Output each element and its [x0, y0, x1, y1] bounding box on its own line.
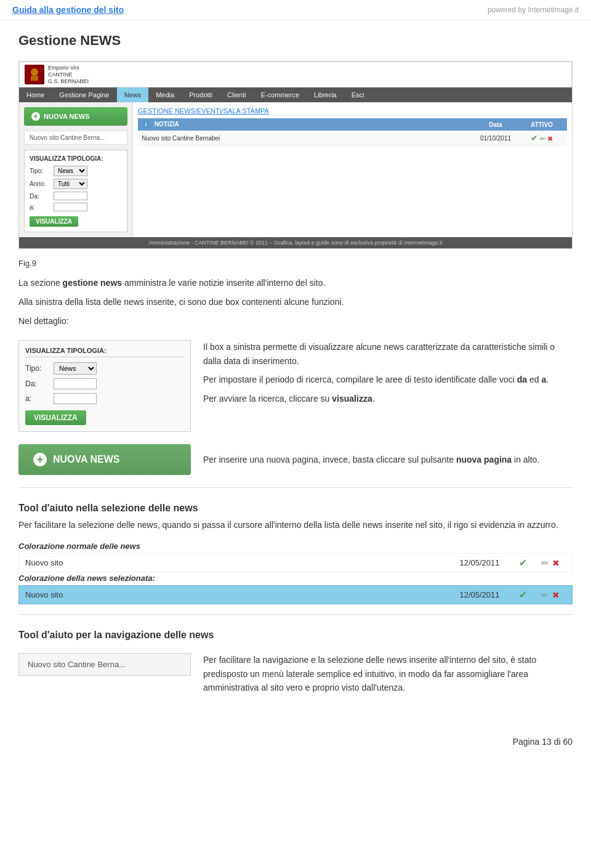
detail-visualizza-btn[interactable]: VISUALIZZA	[25, 410, 86, 425]
col-attivo-header: ATTIVO	[520, 121, 563, 128]
detail-da-row: Da:	[25, 378, 184, 389]
nuova-news-button-screenshot[interactable]: + NUOVA NEWS	[24, 107, 127, 126]
detail-a-label: a:	[25, 394, 50, 403]
divider-2	[18, 614, 573, 615]
detail-a-input[interactable]	[54, 393, 97, 404]
normal-row-text: Nuovo sito	[25, 558, 449, 567]
selected-row-date: 12/05/2011	[449, 590, 510, 599]
fig-caption: Fig.9	[18, 259, 573, 268]
edit-icon[interactable]: ✏	[540, 135, 545, 142]
detail-da-label: Da:	[25, 379, 50, 388]
color-normal-label: Colorazione normale delle news	[18, 541, 573, 551]
header-title[interactable]: Guida alla gestione del sito	[12, 5, 124, 15]
admin-logo-area: Emporio Vini CANTINE G.S. BERNABEI	[19, 62, 572, 87]
page-title: Gestione NEWS	[18, 33, 573, 49]
logo-text: Emporio Vini CANTINE G.S. BERNABEI	[48, 65, 89, 84]
screenshot-box: Emporio Vini CANTINE G.S. BERNABEI Home …	[18, 61, 573, 249]
section3-heading: Tool d'aiuto per la navigazione delle ne…	[18, 630, 573, 641]
svg-point-1	[31, 68, 38, 76]
row-attivo: ✔ ✏ ✖	[520, 133, 563, 143]
nav-text-1: Per facilitare la navigazione e la selez…	[203, 653, 573, 694]
anno-label-screenshot: Anno:	[30, 180, 51, 187]
anno-row-screenshot: Anno: Tutti	[30, 179, 122, 189]
nuova-news-button-large[interactable]: + NUOVA NEWS	[18, 444, 191, 475]
detail-a-row: a:	[25, 393, 184, 404]
nav-media[interactable]: Media	[148, 87, 182, 102]
visualizza-title-screenshot: VISUALIZZA TIPOLOGIA:	[30, 155, 122, 162]
cms-main-area: GESTIONE NEWS/EVENTI/SALA STAMPA i NOTIZ…	[133, 102, 572, 237]
visualizza-btn-screenshot[interactable]: VISUALIZZA	[30, 216, 78, 227]
row-notizia: Nuovo sito Cantine Bernabei	[142, 135, 471, 142]
tipo-label-screenshot: Tipo:	[30, 168, 51, 174]
selected-row-check: ✔	[510, 589, 535, 601]
nav-home[interactable]: Home	[19, 87, 52, 102]
detail-tipo-row: Tipo: News	[25, 362, 184, 375]
divider-1	[18, 487, 573, 488]
normal-row-actions: ✏ ✖	[535, 558, 566, 568]
detail-text-1: Il box a sinistra permette di visualizza…	[203, 340, 573, 368]
nav-prodotti[interactable]: Prodotti	[182, 87, 220, 102]
da-row-screenshot: Da:	[30, 192, 122, 200]
detail-text-3: Per avviare la ricerca, cliccare su visu…	[203, 392, 573, 405]
tipo-select-screenshot[interactable]: News	[54, 166, 87, 176]
info-icon: i	[142, 120, 150, 129]
table-header-screenshot: i NOTIZIA Data ATTIVO	[138, 118, 567, 131]
detail-tipo-label: Tipo:	[25, 364, 50, 373]
section2-heading: Tool d'aiuto nella selezione delle news	[18, 503, 573, 514]
svg-rect-2	[31, 76, 38, 81]
detail-box-title: VISUALIZZA TIPOLOGIA:	[25, 347, 184, 357]
nav-news[interactable]: News	[117, 87, 149, 102]
detail-tipo-select[interactable]: News	[54, 362, 97, 375]
anno-select-screenshot[interactable]: Tutti	[54, 179, 87, 189]
page-header: Guida alla gestione del sito powered by …	[0, 0, 591, 20]
visualizza-box-screenshot: VISUALIZZA TIPOLOGIA: Tipo: News Anno: T…	[24, 150, 127, 232]
nav-libreria[interactable]: Libreria	[307, 87, 344, 102]
intro-text-1: La sezione gestione news amministra le v…	[18, 277, 573, 290]
cms-content-area: + NUOVA NEWS Nuovo sito Cantine Berna...…	[19, 102, 572, 237]
page-footer: Pagina 13 di 60	[0, 724, 591, 759]
nel-dettaglio-label: Nel dettaglio:	[18, 315, 573, 328]
detail-text-2: Per impostare il periodo di ricerca, com…	[203, 373, 573, 386]
a-label-screenshot: a:	[30, 204, 51, 211]
normal-row-date: 12/05/2011	[449, 558, 510, 567]
nav-box-item[interactable]: Nuovo sito Cantine Berna...	[19, 654, 190, 675]
nav-section: Nuovo sito Cantine Berna... Per facilita…	[18, 653, 573, 699]
plus-icon: +	[31, 112, 40, 121]
nav-clienti[interactable]: Clienti	[220, 87, 254, 102]
intro-text-2: Alla sinistra della lista delle news ins…	[18, 296, 573, 309]
color-selected-label: Colorazione della news selezionata:	[18, 574, 573, 583]
nav-esci[interactable]: Esci	[344, 87, 372, 102]
nav-box: Nuovo sito Cantine Berna...	[18, 653, 191, 676]
color-samples: Colorazione normale delle news Nuovo sit…	[18, 541, 573, 604]
detail-box: VISUALIZZA TIPOLOGIA: Tipo: News Da: a: …	[18, 340, 191, 432]
nuova-news-text: Per inserire una nuova pagina, invece, b…	[203, 453, 573, 466]
tipo-row-screenshot: Tipo: News	[30, 166, 122, 176]
a-row-screenshot: a:	[30, 203, 122, 211]
header-powered: powered by Internetimage.it	[488, 6, 579, 14]
section2-text: Per facilitare la selezione delle news, …	[18, 519, 573, 532]
cms-sidebar: + NUOVA NEWS Nuovo sito Cantine Berna...…	[19, 102, 133, 237]
nav-ecommerce[interactable]: E-commerce	[254, 87, 307, 102]
detail-section: VISUALIZZA TIPOLOGIA: Tipo: News Da: a: …	[18, 340, 573, 432]
delete-icon[interactable]: ✖	[547, 135, 553, 142]
table-row-screenshot: Nuovo sito Cantine Bernabei 01/10/2011 ✔…	[138, 131, 567, 146]
selected-del-icon[interactable]: ✖	[552, 590, 560, 600]
normal-del-icon[interactable]: ✖	[552, 558, 560, 568]
a-input-screenshot[interactable]	[54, 203, 87, 211]
da-input-screenshot[interactable]	[54, 192, 87, 200]
color-row-normal: Nuovo sito 12/05/2011 ✔ ✏ ✖	[18, 553, 573, 572]
detail-da-input[interactable]	[54, 378, 97, 389]
logo-icon	[25, 65, 44, 84]
normal-edit-icon[interactable]: ✏	[541, 558, 549, 568]
section-title-link[interactable]: GESTIONE NEWS/EVENTI/SALA STAMPA	[138, 107, 567, 115]
selected-edit-icon[interactable]: ✏	[541, 590, 549, 600]
col-notizia-header: i NOTIZIA	[142, 120, 471, 129]
sidebar-news-item[interactable]: Nuovo sito Cantine Berna...	[24, 131, 127, 145]
main-content: Gestione NEWS Emporio Vini CANTINE G.S. …	[0, 20, 591, 724]
nav-gestione-pagine[interactable]: Gestione Pagine	[52, 87, 116, 102]
da-label-screenshot: Da:	[30, 193, 51, 200]
nav-description-text: Per facilitare la navigazione e la selez…	[203, 653, 573, 699]
color-row-selected: Nuovo sito 12/05/2011 ✔ ✏ ✖	[18, 585, 573, 604]
check-icon: ✔	[531, 133, 538, 143]
admin-footer-screenshot: Amministrazione - CANTINE BERNABEI © 201…	[19, 237, 572, 248]
